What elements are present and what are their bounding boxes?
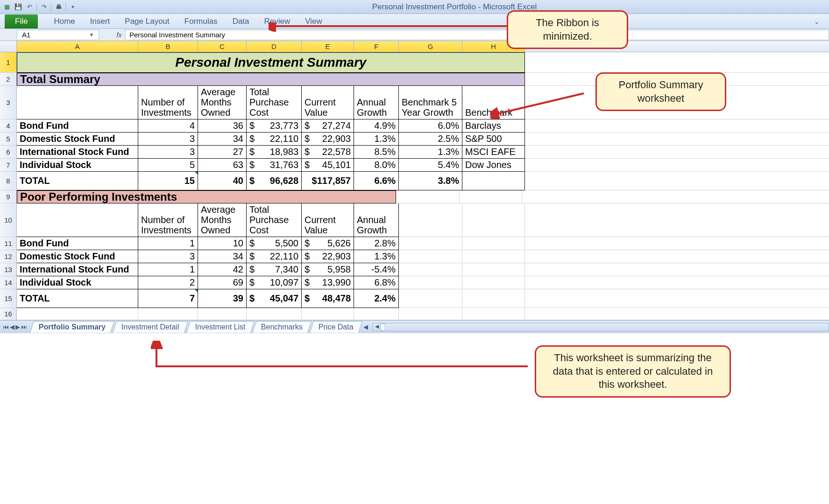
horizontal-scrollbar[interactable] (373, 323, 829, 331)
cell-b3[interactable]: Number of Investments (138, 86, 198, 119)
cell-g7[interactable]: 5.4% (399, 159, 462, 172)
cell-f13[interactable]: -5.4% (354, 263, 399, 276)
cell-g15[interactable] (399, 289, 462, 308)
cell-a12[interactable]: Domestic Stock Fund (17, 250, 138, 263)
cell-h14[interactable] (462, 276, 525, 289)
cell-b14[interactable]: 2 (138, 276, 198, 289)
sheet-tab-scroll-icon[interactable]: ◀ (363, 323, 368, 330)
cell-b13[interactable]: 1 (138, 263, 198, 276)
cell-c16[interactable] (198, 308, 247, 320)
redo-icon[interactable]: ↷ (40, 3, 48, 11)
cell-b12[interactable]: 3 (138, 250, 198, 263)
file-tab[interactable]: File (5, 14, 38, 28)
col-header-g[interactable]: G (399, 41, 462, 52)
cell-g8[interactable]: 3.8% (399, 172, 462, 190)
cell-d11[interactable]: $5,500 (247, 237, 302, 250)
cell-a14[interactable]: Individual Stock (17, 276, 138, 289)
ribbon-minimize-icon[interactable]: ⌄ (814, 18, 820, 25)
cell-e11[interactable]: $5,626 (302, 237, 354, 250)
col-header-d[interactable]: D (247, 41, 302, 52)
cell-e4[interactable]: $27,274 (302, 119, 354, 133)
cell-c4[interactable]: 36 (198, 119, 247, 133)
cell-b4[interactable]: 4 (138, 119, 198, 133)
cell-a10[interactable] (17, 203, 138, 237)
row-header-7[interactable]: 7 (0, 159, 17, 172)
cell-g16[interactable] (399, 308, 462, 320)
row-header-2[interactable]: 2 (0, 73, 17, 86)
cell-b16[interactable] (138, 308, 198, 320)
cell-a15[interactable]: TOTAL (17, 289, 138, 308)
cell-f7[interactable]: 8.0% (354, 159, 399, 172)
cell-h10[interactable] (462, 203, 525, 237)
cell-e5[interactable]: $22,903 (302, 133, 354, 146)
cell-b10[interactable]: Number of Investments (138, 203, 198, 237)
cell-h8[interactable] (462, 172, 525, 190)
ribbon-tab-home[interactable]: Home (46, 17, 82, 26)
row-header-3[interactable]: 3 (0, 86, 17, 119)
cell-g14[interactable] (399, 276, 462, 289)
row-header-13[interactable]: 13 (0, 263, 17, 276)
cell-f8[interactable]: 6.6% (354, 172, 399, 190)
cell-e14[interactable]: $13,990 (302, 276, 354, 289)
cell-g10[interactable] (399, 203, 462, 237)
row-header-11[interactable]: 11 (0, 237, 17, 250)
cell-a3[interactable] (17, 86, 138, 119)
row-header-10[interactable]: 10 (0, 203, 17, 237)
print-icon[interactable]: 🖶 (54, 3, 63, 11)
cell-a7[interactable]: Individual Stock (17, 159, 138, 172)
cell-b7[interactable]: 5 (138, 159, 198, 172)
cell-c15[interactable]: 39 (198, 289, 247, 308)
sheet-nav-next-icon[interactable]: ▶ (15, 323, 20, 330)
fx-icon[interactable]: fx (113, 31, 125, 39)
cell-g3[interactable]: Benchmark 5 Year Growth (399, 86, 462, 119)
cell-c3[interactable]: Average Months Owned (198, 86, 247, 119)
cell-a8[interactable]: TOTAL (17, 172, 138, 190)
row-header-5[interactable]: 5 (0, 133, 17, 146)
cell-b15[interactable]: 7 (138, 289, 198, 308)
row-header-8[interactable]: 8 (0, 172, 17, 190)
row-header-15[interactable]: 15 (0, 289, 17, 308)
cell-e8[interactable]: $117,857 (302, 172, 354, 190)
ribbon-tab-formulas[interactable]: Formulas (177, 17, 225, 26)
sheet-tab-investment-list[interactable]: Investment List (186, 321, 255, 333)
cell-d14[interactable]: $10,097 (247, 276, 302, 289)
section-total-summary[interactable]: Total Summary (17, 73, 525, 86)
row-header-12[interactable]: 12 (0, 250, 17, 263)
cell-h7[interactable]: Dow Jones (462, 159, 525, 172)
select-all-corner[interactable] (0, 41, 17, 52)
cell-b11[interactable]: 1 (138, 237, 198, 250)
ribbon-tab-data[interactable]: Data (225, 17, 257, 26)
cell-e15[interactable]: $48,478 (302, 289, 354, 308)
cell-g11[interactable] (399, 237, 462, 250)
col-header-f[interactable]: F (354, 41, 399, 52)
cell-a6[interactable]: International Stock Fund (17, 146, 138, 159)
cell-g12[interactable] (399, 250, 462, 263)
cell-f4[interactable]: 4.9% (354, 119, 399, 133)
cell-e3[interactable]: Current Value (302, 86, 354, 119)
cell-b6[interactable]: 3 (138, 146, 198, 159)
cell-c10[interactable]: Average Months Owned (198, 203, 247, 237)
cell-e13[interactable]: $5,958 (302, 263, 354, 276)
cell-f10[interactable]: Annual Growth (354, 203, 399, 237)
cell-a13[interactable]: International Stock Fund (17, 263, 138, 276)
cell-d16[interactable] (247, 308, 302, 320)
cell-h6[interactable]: MSCI EAFE (462, 146, 525, 159)
cell-c11[interactable]: 10 (198, 237, 247, 250)
cell-g9[interactable] (396, 190, 460, 203)
cell-c12[interactable]: 34 (198, 250, 247, 263)
cell-a5[interactable]: Domestic Stock Fund (17, 133, 138, 146)
row-header-4[interactable]: 4 (0, 119, 17, 133)
qat-dropdown-icon[interactable]: ▼ (69, 3, 77, 11)
cell-d3[interactable]: Total Purchase Cost (247, 86, 302, 119)
cell-h15[interactable] (462, 289, 525, 308)
cell-b5[interactable]: 3 (138, 133, 198, 146)
cell-c14[interactable]: 69 (198, 276, 247, 289)
cell-c7[interactable]: 63 (198, 159, 247, 172)
ribbon-tab-insert[interactable]: Insert (83, 17, 118, 26)
cell-d15[interactable]: $45,047 (247, 289, 302, 308)
cell-d5[interactable]: $22,110 (247, 133, 302, 146)
cell-d12[interactable]: $22,110 (247, 250, 302, 263)
col-header-e[interactable]: E (302, 41, 354, 52)
cell-d13[interactable]: $7,340 (247, 263, 302, 276)
section-poor-performing[interactable]: Poor Performing Investments (17, 190, 396, 203)
